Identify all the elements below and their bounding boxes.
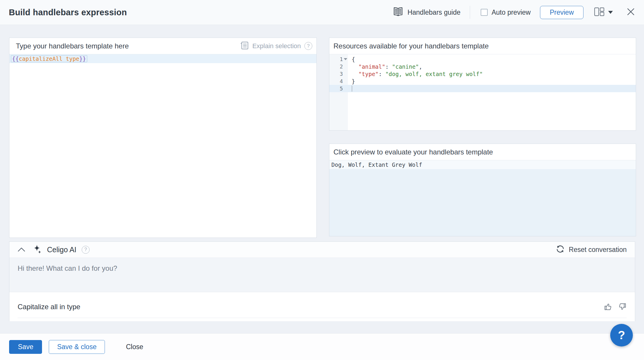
message-feedback (604, 302, 627, 311)
preview-panel-title: Click preview to evaluate your handlebar… (333, 148, 493, 156)
json-key: "animal" (352, 63, 385, 70)
celigo-ai-header: Celigo AI ? Reset conversation (9, 242, 635, 258)
thumbs-down-icon[interactable] (618, 302, 627, 311)
json-string: "dog, wolf, extant grey wolf" (385, 71, 483, 77)
resources-panel: Resources available for your handlebars … (329, 38, 636, 131)
line-number: 5 (329, 85, 343, 92)
json-line-4[interactable]: 4 } (329, 78, 636, 85)
header-divider (470, 6, 470, 19)
fold-caret-icon[interactable] (344, 58, 347, 60)
json-token: : (385, 63, 392, 70)
json-token: , (419, 63, 422, 70)
json-token: { (352, 56, 355, 63)
preview-panel-header: Click preview to evaluate your handlebar… (329, 144, 636, 160)
reset-icon (556, 245, 565, 255)
celigo-ai-panel: Celigo AI ? Reset conversation Hi there!… (9, 241, 635, 321)
template-panel-header: Type your handlebars template here Expla… (9, 38, 316, 54)
json-token: : (379, 71, 385, 77)
ai-panel-title: Celigo AI (47, 245, 76, 254)
explain-selection-button[interactable]: Explain selection ? (240, 41, 312, 51)
thumbs-up-icon[interactable] (604, 302, 613, 311)
reset-conversation-label: Reset conversation (569, 246, 627, 254)
chevron-down-icon (608, 11, 613, 14)
handlebars-guide-link[interactable]: Handlebars guide (393, 7, 460, 18)
save-and-close-button[interactable]: Save & close (49, 340, 105, 354)
close-button[interactable]: Close (123, 340, 146, 354)
layout-columns-icon (594, 7, 605, 17)
expression-body: capitalizeAll type (19, 55, 79, 62)
dialog-header: Build handlebars expression Handlebars g… (0, 0, 644, 25)
ai-sparkle-icon (32, 244, 42, 255)
preview-output: Dog, Wolf, Extant Grey Wolf (329, 160, 636, 169)
template-panel-title: Type your handlebars template here (16, 42, 129, 50)
expression-close-braces: }} (79, 55, 86, 62)
user-message: Capitalize all in type (18, 303, 80, 311)
line-number: 2 (329, 63, 343, 70)
preview-panel: Click preview to evaluate your handlebar… (329, 144, 636, 236)
json-line-5[interactable]: 5 (329, 85, 636, 92)
json-line-1[interactable]: 1 { (329, 55, 636, 63)
chevron-up-icon (18, 247, 25, 252)
expression-open-braces: {{ (12, 55, 19, 62)
template-active-line[interactable]: {{ capitalizeAll type }} (9, 54, 316, 63)
resources-panel-title: Resources available for your handlebars … (333, 42, 489, 50)
dialog-footer: Save Save & close Close (0, 333, 644, 360)
save-button[interactable]: Save (9, 340, 42, 354)
ai-help-icon[interactable]: ? (82, 246, 90, 254)
auto-preview-toggle[interactable]: Auto preview (481, 9, 531, 16)
template-editor[interactable]: {{ capitalizeAll type }} (9, 54, 316, 63)
assistant-message: Hi there! What can I do for you? (9, 258, 635, 292)
explain-selection-label: Explain selection (252, 42, 301, 50)
collapse-ai-button[interactable] (18, 247, 25, 252)
resources-json-editor[interactable]: 1 { 2 "animal": "canine", 3 "type": "dog… (329, 54, 636, 130)
layout-selector[interactable] (594, 7, 613, 17)
header-actions: Handlebars guide Auto preview Preview (393, 6, 635, 19)
json-line-3[interactable]: 3 "type": "dog, wolf, extant grey wolf" (329, 70, 636, 78)
json-string: "canine" (392, 63, 419, 70)
line-number: 4 (329, 78, 343, 84)
preview-button[interactable]: Preview (540, 6, 583, 19)
line-number: 1 (329, 56, 343, 62)
text-cursor (352, 85, 352, 92)
row-divider (18, 318, 627, 318)
resources-panel-header: Resources available for your handlebars … (329, 38, 636, 54)
user-message-row: Capitalize all in type (9, 292, 635, 321)
explain-help-icon[interactable]: ? (304, 42, 312, 50)
help-fab-button[interactable]: ? (610, 324, 633, 346)
handlebars-guide-label: Handlebars guide (407, 9, 460, 16)
reset-conversation-button[interactable]: Reset conversation (556, 245, 627, 255)
auto-preview-checkbox[interactable] (481, 9, 488, 16)
line-number: 3 (329, 71, 343, 77)
book-icon (393, 7, 403, 18)
explain-selection-icon (240, 41, 249, 51)
template-panel: Type your handlebars template here Expla… (9, 38, 317, 238)
page-title: Build handlebars expression (9, 8, 127, 17)
auto-preview-label: Auto preview (492, 9, 531, 16)
json-line-2[interactable]: 2 "animal": "canine", (329, 63, 636, 70)
json-key: "type" (352, 71, 379, 77)
json-token: } (352, 78, 355, 85)
preview-output-area: Dog, Wolf, Extant Grey Wolf (329, 160, 636, 236)
close-dialog-button[interactable] (626, 7, 635, 17)
close-icon (626, 7, 635, 17)
handlebars-expression[interactable]: {{ capitalizeAll type }} (11, 55, 87, 62)
